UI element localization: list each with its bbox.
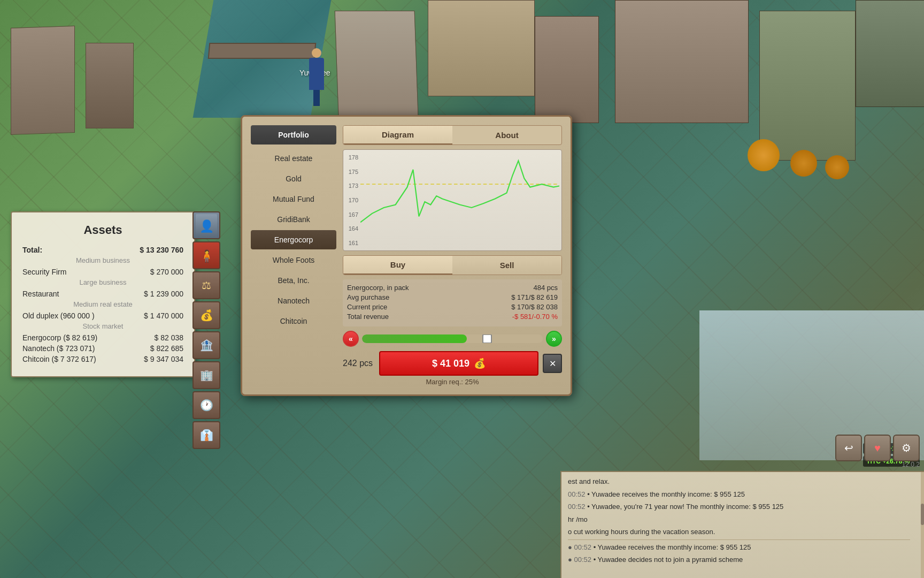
portfolio-content: Diagram About 178 175 173 170 167 164 16… [343, 125, 562, 386]
log-entry-3: hr /mo [568, 514, 910, 525]
large-business-label: Large business [22, 278, 183, 286]
log-entry-6: ● 00:52 • Yuwadee decides not to join a … [568, 554, 910, 565]
old-duplex-label: Old duplex (960 000 ) [22, 311, 95, 320]
slider-increase-btn[interactable]: » [546, 331, 562, 347]
margin-requirement: Margin req.: 25% [343, 378, 562, 386]
sidebar-gridibank[interactable]: GridiBank [251, 210, 336, 229]
total-revenue-row: Total revenue -$ 581/-0.70 % [347, 313, 558, 321]
log-entry-5: ● 00:52 • Yuwadee receives the monthly i… [568, 542, 910, 553]
chart-svg [360, 152, 559, 251]
restaurant-value: $ 1 239 000 [144, 290, 183, 298]
energocorp-value: $ 82 038 [155, 333, 184, 342]
hud-buttons: ↩ ♥ ⚙ [831, 430, 924, 466]
character-portrait-1[interactable]: 👤 [192, 211, 220, 239]
building-icon-btn[interactable]: 🏢 [192, 361, 220, 389]
assets-total-row: Total: $ 13 230 760 [22, 246, 183, 254]
old-duplex-row: Old duplex (960 000 ) $ 1 470 000 [22, 311, 183, 320]
heart-hud-button[interactable]: ♥ [864, 435, 891, 461]
avg-purchase-row: Avg purchase $ 171/$ 82 619 [347, 293, 558, 301]
y-label-173: 173 [345, 182, 358, 189]
sidebar-chitcoin[interactable]: Chitcoin [251, 311, 336, 331]
sidebar-nanotech[interactable]: Nanotech [251, 291, 336, 310]
character-portrait-2[interactable]: 🧍 [192, 241, 220, 269]
log-text-5: • Yuwadee receives the monthly income: $… [594, 543, 751, 551]
portfolio-dialog: Portfolio Real estate Gold Mutual Fund G… [241, 115, 572, 396]
cancel-trade-button[interactable]: ✕ [543, 354, 562, 373]
y-label-164: 164 [345, 225, 358, 232]
y-label-161: 161 [345, 240, 358, 246]
assets-total-value: $ 13 230 760 [140, 246, 183, 254]
back-hud-button[interactable]: ↩ [835, 435, 862, 461]
stock-chart: 178 175 173 170 167 164 161 [343, 149, 562, 251]
chitcoin-label: Chitcoin ($ 7 372 617) [22, 355, 96, 363]
old-duplex-value: $ 1 470 000 [144, 311, 183, 320]
y-label-178: 178 [345, 154, 358, 161]
building-icon: 🏢 [200, 369, 213, 382]
slider-thumb[interactable] [482, 334, 492, 343]
sidebar-real-estate[interactable]: Real estate [251, 149, 336, 168]
slider-track[interactable] [362, 334, 543, 343]
current-price-row: Current price $ 170/$ 82 038 [347, 303, 558, 311]
log-entry-4: o cut working hours during the vacation … [568, 527, 910, 537]
tab-diagram[interactable]: Diagram [343, 126, 452, 144]
log-timestamp-2: 00:52 [568, 503, 587, 511]
stock-market-label: Stock market [22, 322, 183, 330]
tab-about[interactable]: About [452, 126, 561, 144]
log-panel: est and relax. 00:52 • Yuwadee receives … [560, 471, 924, 578]
y-label-167: 167 [345, 211, 358, 218]
avg-purchase-value: $ 171/$ 82 619 [511, 293, 558, 301]
current-price-label: Current price [347, 303, 387, 311]
nanotech-value: $ 822 685 [150, 344, 183, 353]
money-bag-icon: 💰 [474, 358, 486, 369]
bank-icon: 🏦 [200, 339, 213, 352]
nanotech-row: Nanotech ($ 723 071) $ 822 685 [22, 344, 183, 353]
log-text-2: • Yuwadee, you're 71 year now! The month… [587, 503, 783, 511]
y-label-175: 175 [345, 169, 358, 175]
medium-real-estate-label: Medium real estate [22, 300, 183, 308]
restaurant-row: Restaurant $ 1 239 000 [22, 290, 183, 298]
portfolio-main-btn[interactable]: Portfolio [251, 125, 336, 144]
portfolio-sidebar: Portfolio Real estate Gold Mutual Fund G… [251, 125, 336, 386]
energocorp-row: Energocorp ($ 82 619) $ 82 038 [22, 333, 183, 342]
settings-hud-button[interactable]: ⚙ [893, 435, 920, 461]
tie-icon-btn[interactable]: 👔 [192, 421, 220, 449]
balance-icon: ⚖ [202, 279, 211, 292]
log-entry-0: est and relax. [568, 476, 910, 487]
avg-purchase-label: Avg purchase [347, 293, 389, 301]
sidebar-whole-foots[interactable]: Whole Foots [251, 250, 336, 270]
log-text-1: • Yuwadee receives the monthly income: $… [587, 490, 745, 498]
clock-icon-btn[interactable]: 🕐 [192, 391, 220, 419]
medium-business-label: Medium business [22, 256, 183, 264]
trade-item-pcs: 484 pcs [533, 284, 558, 292]
tab-buy[interactable]: Buy [343, 256, 452, 275]
sidebar-mutual-fund[interactable]: Mutual Fund [251, 189, 336, 209]
current-price-value: $ 170/$ 82 038 [511, 303, 558, 311]
money-icon-btn[interactable]: 💰 [192, 301, 220, 329]
sidebar-beta-inc[interactable]: Beta, Inc. [251, 271, 336, 290]
balance-icon-btn[interactable]: ⚖ [192, 271, 220, 299]
quantity-display: 242 pcs [343, 359, 375, 368]
chart-y-labels: 178 175 173 170 167 164 161 [345, 150, 358, 250]
sidebar-gold[interactable]: Gold [251, 169, 336, 188]
trade-controls: 242 pcs $ 41 019 💰 ✕ [343, 351, 562, 376]
tab-sell[interactable]: Sell [452, 256, 561, 275]
buy-sell-tabs: Buy Sell [343, 255, 562, 275]
scroll-thumb[interactable] [921, 504, 924, 525]
bank-icon-btn[interactable]: 🏦 [192, 331, 220, 359]
slider-decrease-btn[interactable]: « [343, 331, 359, 347]
security-firm-value: $ 270 000 [150, 268, 183, 276]
diagram-tab-bar: Diagram About [343, 125, 562, 145]
buy-price-button[interactable]: $ 41 019 💰 [379, 351, 538, 376]
total-revenue-label: Total revenue [347, 313, 389, 321]
gear-icon: ⚙ [902, 442, 911, 454]
sidebar-energocorp[interactable]: Energocorp [251, 230, 336, 249]
assets-total-label: Total: [22, 246, 42, 254]
trade-info: Energocorp, in pack 484 pcs Avg purchase… [343, 279, 562, 326]
log-entry-1: 00:52 • Yuwadee receives the monthly inc… [568, 489, 910, 500]
assets-panel: Assets Total: $ 13 230 760 Medium busine… [11, 211, 195, 377]
total-revenue-value: -$ 581/-0.70 % [512, 313, 558, 321]
log-timestamp-5: 00:52 [574, 543, 593, 551]
back-icon: ↩ [844, 442, 853, 454]
chitcoin-row: Chitcoin ($ 7 372 617) $ 9 347 034 [22, 355, 183, 363]
quantity-slider-row: « » [343, 331, 562, 347]
